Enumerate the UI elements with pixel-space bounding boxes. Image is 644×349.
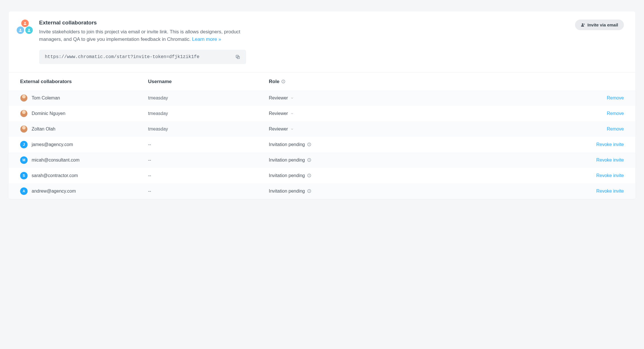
svg-point-17: [309, 175, 310, 175]
revoke-invite-link[interactable]: Revoke invite: [596, 142, 624, 147]
avatar-letter: A: [20, 187, 28, 195]
pending-label: Invitation pending: [269, 158, 305, 163]
table-row: Tom ColemantmeasdayReviewerRemove: [9, 90, 635, 106]
remove-link[interactable]: Remove: [607, 126, 624, 131]
invite-email: micah@consultant.com: [32, 158, 80, 163]
user-name: Zoltan Olah: [32, 126, 55, 132]
cell-action: Revoke invite: [349, 142, 624, 147]
header-description: Invite stakeholders to join this project…: [39, 28, 263, 43]
svg-point-5: [582, 24, 583, 25]
table-row: Ssarah@contractor.com--Invitation pendin…: [9, 168, 635, 183]
pending-label: Invitation pending: [269, 189, 305, 194]
info-icon[interactable]: [307, 158, 311, 162]
avatar-letter: S: [20, 172, 28, 179]
invite-email: james@agency.com: [32, 142, 73, 147]
chevron-down-icon: [290, 112, 294, 115]
table-row: Zoltan OlahtmeasdayReviewerRemove: [9, 121, 635, 137]
revoke-invite-link[interactable]: Revoke invite: [596, 158, 624, 162]
table-row: Jjames@agency.com--Invitation pendingRev…: [9, 137, 635, 152]
user-name: Dominic Nguyen: [32, 111, 65, 116]
avatar: [20, 94, 28, 102]
cell-action: Remove: [349, 95, 624, 101]
svg-point-2: [28, 29, 30, 30]
header-content: External collaborators Invite stakeholde…: [39, 20, 569, 64]
info-icon[interactable]: [281, 79, 285, 84]
cell-role: Invitation pending: [269, 158, 349, 163]
cell-role[interactable]: Reviewer: [269, 95, 349, 101]
copy-icon[interactable]: [235, 54, 240, 60]
user-name: Tom Coleman: [32, 95, 60, 101]
svg-point-0: [24, 22, 26, 23]
collaborators-panel: External collaborators Invite stakeholde…: [9, 11, 635, 199]
cell-role[interactable]: Reviewer: [269, 111, 349, 116]
collaborators-icon: [17, 20, 33, 34]
cell-role[interactable]: Reviewer: [269, 126, 349, 132]
cell-role: Invitation pending: [269, 189, 349, 194]
invite-via-email-button[interactable]: Invite via email: [575, 20, 624, 30]
cell-name: Tom Coleman: [20, 94, 148, 102]
header-title: External collaborators: [39, 20, 569, 26]
pending-label: Invitation pending: [269, 142, 305, 147]
table-body: Tom ColemantmeasdayReviewerRemoveDominic…: [9, 90, 635, 199]
svg-point-14: [309, 159, 310, 160]
add-user-icon: [581, 23, 585, 27]
remove-link[interactable]: Remove: [607, 111, 624, 116]
svg-point-20: [309, 190, 310, 191]
cell-username: --: [148, 189, 269, 194]
table-header: External collaborators Username Role: [9, 72, 635, 90]
invite-url-text: https://www.chromatic.com/start?invite-t…: [45, 54, 200, 60]
chevron-down-icon: [290, 96, 294, 100]
cell-role: Invitation pending: [269, 173, 349, 178]
cell-role: Invitation pending: [269, 142, 349, 147]
info-icon[interactable]: [307, 173, 311, 178]
cell-username: tmeasday: [148, 126, 269, 132]
cell-username: --: [148, 158, 269, 163]
cell-action: Revoke invite: [349, 173, 624, 178]
role-label: Reviewer: [269, 111, 288, 116]
cell-username: tmeasday: [148, 111, 269, 116]
svg-point-8: [283, 81, 283, 81]
pending-label: Invitation pending: [269, 173, 305, 178]
info-icon[interactable]: [307, 189, 311, 193]
cell-name: Ssarah@contractor.com: [20, 172, 148, 179]
cell-action: Revoke invite: [349, 158, 624, 163]
table-row: Aandrew@agency.com--Invitation pendingRe…: [9, 183, 635, 199]
invite-email: andrew@agency.com: [32, 189, 76, 194]
revoke-invite-link[interactable]: Revoke invite: [596, 173, 624, 178]
cell-name: Zoltan Olah: [20, 125, 148, 133]
column-role: Role: [269, 79, 349, 85]
cell-name: Dominic Nguyen: [20, 110, 148, 117]
role-label: Reviewer: [269, 126, 288, 132]
remove-link[interactable]: Remove: [607, 95, 624, 100]
revoke-invite-link[interactable]: Revoke invite: [596, 189, 624, 193]
info-icon[interactable]: [307, 142, 311, 147]
invite-email: sarah@contractor.com: [32, 173, 78, 178]
column-username: Username: [148, 79, 269, 85]
invite-url-box: https://www.chromatic.com/start?invite-t…: [39, 50, 246, 64]
cell-name: Mmicah@consultant.com: [20, 156, 148, 164]
cell-name: Jjames@agency.com: [20, 141, 148, 148]
avatar: [20, 125, 28, 133]
cell-action: Remove: [349, 111, 624, 116]
cell-username: --: [148, 142, 269, 147]
role-label: Reviewer: [269, 95, 288, 101]
column-name: External collaborators: [20, 79, 148, 85]
svg-point-11: [309, 144, 310, 144]
cell-name: Aandrew@agency.com: [20, 187, 148, 195]
cell-username: --: [148, 173, 269, 178]
avatar-letter: M: [20, 156, 28, 164]
table-row: Dominic NguyentmeasdayReviewerRemove: [9, 106, 635, 121]
cell-action: Remove: [349, 126, 624, 132]
chevron-down-icon: [290, 127, 294, 131]
cell-action: Revoke invite: [349, 189, 624, 194]
panel-header: External collaborators Invite stakeholde…: [9, 11, 635, 72]
svg-point-1: [20, 29, 21, 30]
cell-username: tmeasday: [148, 95, 269, 101]
table-row: Mmicah@consultant.com--Invitation pendin…: [9, 152, 635, 168]
avatar-letter: J: [20, 141, 28, 148]
learn-more-link[interactable]: Learn more »: [192, 37, 221, 42]
avatar: [20, 110, 28, 117]
